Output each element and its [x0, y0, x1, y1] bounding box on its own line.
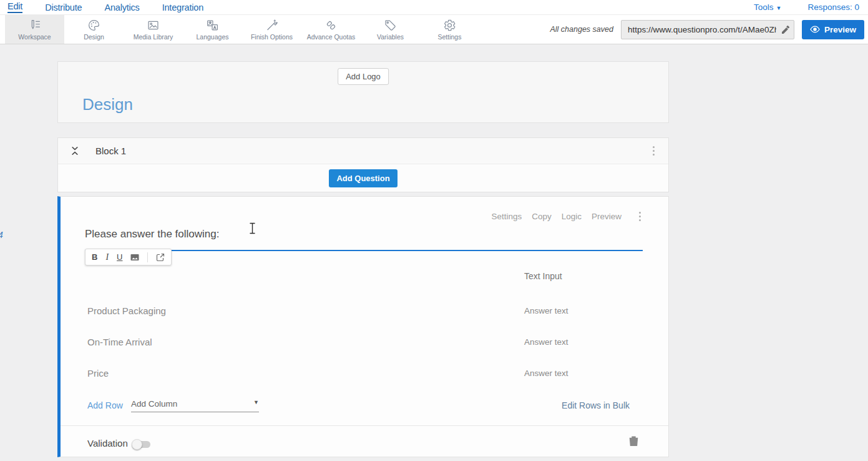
add-column-select[interactable]: Add Column ▼	[131, 399, 259, 412]
toolbar-item-label: Advance Quotas	[307, 33, 356, 41]
toolbar-right: All changes saved Preview	[550, 15, 868, 44]
validation-label: Validation	[87, 438, 128, 449]
responses-count[interactable]: Responses: 0	[807, 2, 859, 12]
image-icon	[147, 19, 160, 32]
toolbar-item-label: Settings	[438, 33, 462, 41]
design-header-card: Add Logo Design	[57, 61, 669, 123]
external-link-button[interactable]	[156, 253, 165, 262]
toolbar-item-media-library[interactable]: Media Library	[124, 15, 183, 44]
chevron-down-icon: ▼	[776, 5, 782, 11]
toolbar-item-finish-options[interactable]: Finish Options	[242, 15, 301, 44]
row-answer-placeholder[interactable]: Answer text	[524, 337, 568, 347]
eye-icon	[810, 24, 820, 34]
toolbar-item-workspace[interactable]: Workspace	[5, 15, 64, 44]
edit-rows-in-bulk-link[interactable]: Edit Rows in Bulk	[562, 400, 630, 410]
toolbar-item-variables[interactable]: Variables	[361, 15, 420, 44]
toolbar-item-label: Workspace	[18, 33, 51, 41]
question-settings-link[interactable]: Settings	[491, 212, 522, 221]
trash-icon[interactable]	[629, 435, 638, 446]
add-question-button[interactable]: Add Question	[329, 169, 397, 187]
toolbar-item-advance-quotas[interactable]: Advance Quotas	[301, 15, 361, 44]
block-card: Block 1 Add Question	[57, 137, 669, 192]
wand-icon	[265, 19, 278, 32]
bold-button[interactable]: B	[92, 252, 97, 262]
question-card: Settings Copy Logic Preview Please answe…	[57, 196, 669, 457]
row-answer-placeholder[interactable]: Answer text	[524, 369, 568, 378]
left-edge-artifact: 4	[0, 230, 3, 240]
toolbar-item-label: Finish Options	[251, 33, 293, 41]
toolbar-item-settings[interactable]: Settings	[420, 15, 479, 44]
question-title-input[interactable]: Please answer the following:	[85, 228, 643, 251]
block-title[interactable]: Block 1	[95, 146, 126, 156]
toolbar-item-label: Variables	[377, 33, 404, 41]
icon-toolbar: Workspace Design Media Library Languages	[0, 14, 868, 44]
chain-icon	[324, 19, 338, 32]
collapse-icon[interactable]	[71, 146, 79, 156]
column-header-text-input: Text Input	[524, 271, 562, 281]
question-menu: Settings Copy Logic Preview	[491, 209, 643, 224]
preview-button[interactable]: Preview	[802, 20, 864, 39]
toolbar-item-design[interactable]: Design	[64, 15, 124, 44]
question-preview-link[interactable]: Preview	[592, 212, 622, 221]
block-header: Block 1	[58, 138, 668, 164]
nav-item-edit[interactable]: Edit	[7, 1, 22, 13]
question-copy-link[interactable]: Copy	[532, 212, 552, 221]
row-label-on-time-arrival[interactable]: On-Time Arrival	[87, 337, 152, 347]
toolbar-item-label: Design	[84, 33, 104, 41]
divider	[61, 425, 668, 426]
edit-pencil-icon[interactable]	[781, 25, 789, 34]
nav-item-integration[interactable]: Integration	[162, 2, 203, 12]
preview-button-label: Preview	[824, 25, 856, 34]
gear-icon	[443, 19, 456, 32]
question-logic-link[interactable]: Logic	[562, 212, 582, 221]
block-kebab-menu[interactable]	[650, 144, 657, 158]
toolbar-item-label: Languages	[197, 33, 229, 41]
tag-icon	[384, 19, 397, 32]
nav-item-distribute[interactable]: Distribute	[45, 2, 82, 12]
validation-toggle[interactable]	[133, 441, 150, 448]
workspace-icon	[28, 19, 41, 32]
survey-editor-content: Add Logo Design Block 1 Add Question Set…	[57, 61, 669, 457]
save-status: All changes saved	[550, 25, 613, 34]
insert-image-button[interactable]	[130, 253, 139, 262]
row-label-price[interactable]: Price	[87, 368, 109, 379]
row-label-product-packaging[interactable]: Product Packaging	[87, 305, 166, 316]
nav-item-analytics[interactable]: Analytics	[104, 2, 139, 12]
italic-button[interactable]: I	[105, 252, 109, 262]
translate-icon	[206, 19, 219, 32]
formatting-toolbar: B I U	[85, 249, 172, 265]
question-kebab-menu[interactable]	[636, 209, 643, 224]
underline-button[interactable]: U	[117, 252, 122, 262]
nav-links: Edit Distribute Analytics Integration	[7, 1, 203, 13]
palette-icon	[87, 19, 100, 32]
survey-url-input[interactable]	[621, 20, 794, 39]
row-answer-placeholder[interactable]: Answer text	[524, 306, 568, 315]
nav-right: Tools▼ Responses: 0	[754, 2, 859, 12]
tools-menu[interactable]: Tools▼	[754, 2, 781, 12]
toolbar-item-languages[interactable]: Languages	[183, 15, 242, 44]
add-row-link[interactable]: Add Row	[87, 400, 123, 410]
add-question-row: Add Question	[58, 164, 668, 192]
add-column-label: Add Column	[131, 399, 177, 409]
chevron-down-icon: ▼	[253, 399, 259, 409]
add-logo-button[interactable]: Add Logo	[338, 68, 389, 85]
survey-url-wrap	[621, 20, 794, 39]
toolbar-item-label: Media Library	[134, 33, 173, 41]
toolbar-divider	[147, 252, 148, 262]
top-nav: Edit Distribute Analytics Integration To…	[0, 0, 868, 14]
text-cursor	[249, 222, 256, 234]
survey-title[interactable]: Design	[82, 95, 133, 114]
